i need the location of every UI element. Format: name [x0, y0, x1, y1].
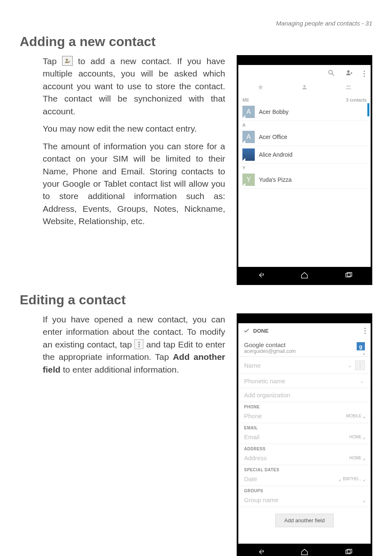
chevron-down-icon[interactable]: ⌄	[360, 377, 365, 385]
avatar	[242, 148, 255, 161]
overflow-menu-icon[interactable]	[364, 71, 365, 77]
home-icon[interactable]	[300, 547, 309, 556]
section-y: Y	[238, 164, 371, 171]
android-navbar	[238, 267, 371, 283]
google-badge-icon: g	[357, 342, 365, 350]
email-section-label: EMAIL	[238, 423, 371, 430]
done-button[interactable]: DONE	[243, 327, 269, 334]
edit-contact-phone-mock: DONE Google contact acerguides@gmail.com…	[237, 313, 372, 556]
add-organization[interactable]: Add organization	[238, 388, 371, 402]
contact-row[interactable]: Y Yuda's Pizza	[238, 171, 371, 189]
email-type-spinner[interactable]: HOME	[349, 435, 365, 439]
dropdown-indicator-icon	[363, 500, 365, 502]
expand-name-icon[interactable]: ⋮	[355, 360, 365, 370]
section-me: ME 3 contacts	[238, 96, 371, 103]
address-field[interactable]: Address HOME	[238, 451, 371, 465]
back-icon[interactable]	[256, 547, 265, 556]
svg-line-4	[332, 74, 334, 76]
add-another-field-button[interactable]: Add another field	[275, 514, 334, 527]
section-a: A	[238, 121, 371, 128]
all-contacts-tab[interactable]	[282, 81, 326, 96]
account-block[interactable]: Google contact acerguides@gmail.com g	[238, 338, 371, 357]
contact-row[interactable]: A Acer Office	[238, 128, 371, 146]
contacts-phone-mock: ME 3 contacts A Acer Bobby A A Acer Offi…	[237, 55, 372, 285]
back-icon[interactable]	[256, 271, 265, 280]
group-field[interactable]: Group name	[238, 493, 371, 507]
contact-name: Acer Office	[259, 134, 287, 140]
avatar: Y	[242, 174, 255, 186]
name-field[interactable]: Name ⌄ ⋮	[238, 357, 371, 374]
groups-tab[interactable]	[327, 81, 371, 96]
svg-point-10	[346, 85, 348, 87]
contact-name: Yuda's Pizza	[259, 176, 292, 183]
groups-section-label: GROUPS	[238, 486, 371, 493]
svg-point-5	[347, 70, 350, 73]
contact-row[interactable]: A Acer Bobby	[238, 103, 371, 121]
chevron-down-icon[interactable]: ⌄	[347, 361, 353, 369]
actionbar	[238, 65, 371, 81]
section2-p1d: to enter additional information.	[63, 365, 179, 374]
phone-section-label: PHONE	[238, 402, 371, 409]
section1-p1a: Tap	[43, 56, 62, 66]
avatar: A	[242, 131, 255, 143]
filter-tabs	[238, 81, 371, 96]
svg-point-11	[349, 85, 351, 87]
account-email: acerguides@gmail.com	[244, 348, 365, 354]
svg-marker-8	[258, 84, 263, 90]
scroll-index[interactable]	[367, 103, 369, 116]
dates-section-label: SPECIAL DATES	[238, 465, 371, 472]
svg-rect-7	[351, 72, 352, 74]
me-label: ME	[242, 97, 249, 102]
date-type-spinner[interactable]: BIRTHD...	[337, 477, 365, 481]
svg-point-9	[303, 85, 305, 87]
editor-actionbar: DONE	[238, 323, 371, 338]
address-type-spinner[interactable]: HOME	[349, 456, 365, 460]
contact-name: Acer Bobby	[259, 109, 288, 115]
svg-point-3	[329, 70, 332, 74]
favorites-tab[interactable]	[238, 81, 282, 96]
section-title-edit: Editing a contact	[20, 292, 372, 308]
home-icon[interactable]	[300, 271, 309, 280]
page-header: Managing people and contacts - 31	[20, 20, 372, 27]
recents-icon[interactable]	[344, 271, 353, 280]
contact-row[interactable]: Alice Android	[238, 146, 371, 164]
address-section-label: ADDRESS	[238, 444, 371, 451]
section-title-add: Adding a new contact	[20, 34, 372, 49]
phone-field[interactable]: Phone MOBILE	[238, 409, 371, 423]
section1-body: Tap to add a new contact. If you have mu…	[20, 55, 225, 233]
section1-p3: The amount of information you can store …	[43, 140, 225, 228]
search-icon[interactable]	[327, 69, 335, 78]
section2-body: If you have opened a new contact, you ca…	[20, 313, 225, 381]
email-field[interactable]: Email HOME	[238, 430, 371, 444]
add-contact-action[interactable]	[346, 69, 353, 78]
contact-name: Alice Android	[259, 151, 293, 158]
android-navbar	[238, 544, 371, 556]
overflow-menu-icon[interactable]	[364, 328, 366, 334]
contact-count: 3 contacts	[346, 97, 367, 102]
account-type: Google contact	[244, 341, 365, 348]
svg-point-0	[66, 59, 68, 61]
recents-icon[interactable]	[344, 547, 353, 556]
date-field[interactable]: Date BIRTHD...	[238, 472, 371, 486]
dropdown-indicator-icon	[362, 352, 365, 355]
phone-type-spinner[interactable]: MOBILE	[346, 414, 365, 418]
section1-p2: You may now edit the new contact entry.	[43, 123, 225, 135]
status-bar	[238, 57, 371, 65]
svg-rect-2	[69, 61, 69, 63]
overflow-menu-icon	[134, 339, 143, 349]
add-contact-icon	[62, 56, 73, 66]
phonetic-name-field[interactable]: Phonetic name ⌄	[238, 374, 371, 388]
avatar: A	[242, 106, 255, 118]
status-bar	[238, 315, 371, 323]
